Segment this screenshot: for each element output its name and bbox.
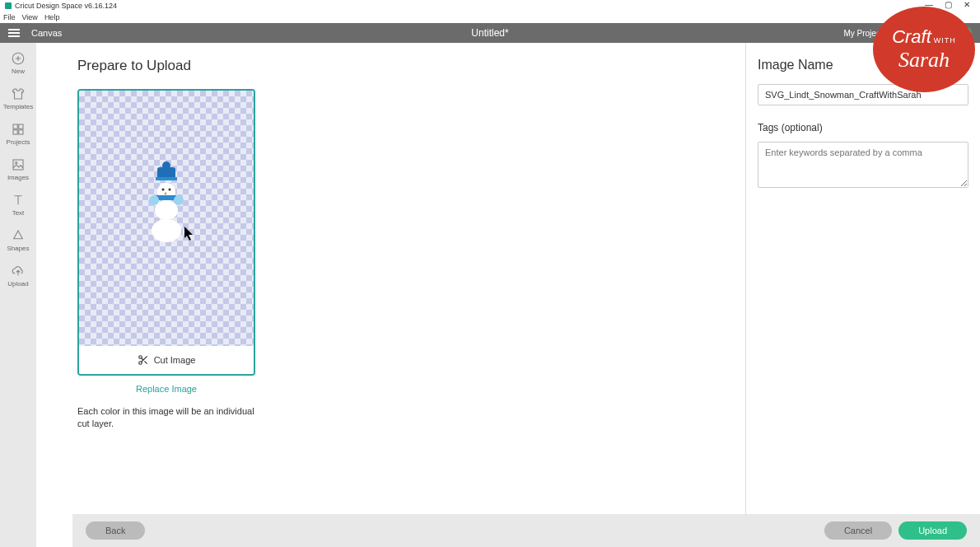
- menu-view[interactable]: View: [22, 13, 38, 21]
- upload-icon: [11, 264, 26, 278]
- properties-panel: Image Name Tags (optional): [745, 43, 980, 547]
- svg-point-14: [162, 161, 170, 170]
- snowman-graphic: [146, 161, 187, 243]
- left-rail: New Templates Projects Images Text Shape…: [0, 43, 36, 547]
- svg-point-23: [138, 362, 142, 365]
- svg-point-10: [152, 219, 181, 242]
- preview-image: [79, 91, 254, 346]
- rail-text[interactable]: Text: [11, 193, 26, 217]
- bottom-bar: Back Cancel Upload: [72, 514, 980, 547]
- svg-rect-16: [156, 195, 176, 200]
- menubar: File View Help: [0, 12, 980, 23]
- svg-line-25: [144, 361, 147, 363]
- svg-rect-7: [13, 160, 23, 170]
- svg-point-20: [169, 189, 171, 191]
- shapes-icon: [11, 228, 26, 243]
- cursor-icon: [184, 227, 196, 241]
- cut-image-button[interactable]: Cut Image: [79, 346, 254, 374]
- rail-projects[interactable]: Projects: [7, 122, 30, 146]
- content-area: Prepare to Upload: [36, 43, 980, 547]
- app-header: Canvas Untitled* My Projects Save |: [0, 23, 980, 43]
- hamburger-icon[interactable]: [8, 29, 20, 37]
- help-text: Each color in this image will be an indi…: [77, 405, 255, 431]
- svg-line-26: [141, 358, 142, 360]
- canvas-label[interactable]: Canvas: [31, 28, 62, 38]
- rail-label: Text: [12, 209, 25, 217]
- svg-point-22: [138, 356, 142, 359]
- rail-label: New: [12, 68, 25, 75]
- svg-point-8: [16, 162, 17, 164]
- menu-help[interactable]: Help: [44, 13, 60, 21]
- svg-rect-6: [19, 130, 23, 134]
- rail-upload[interactable]: Upload: [7, 264, 28, 288]
- cancel-button[interactable]: Cancel: [824, 521, 892, 540]
- svg-rect-15: [156, 177, 177, 180]
- cut-image-label: Cut Image: [154, 355, 196, 365]
- titlebar: Cricut Design Space v6.16.124 — ▢ ✕: [0, 0, 980, 12]
- plus-circle-icon: [11, 51, 26, 66]
- tags-input[interactable]: [758, 142, 968, 188]
- replace-image-link[interactable]: Replace Image: [77, 384, 255, 394]
- document-title: Untitled*: [471, 27, 508, 39]
- upload-button[interactable]: Upload: [898, 521, 967, 540]
- scissors-icon: [138, 354, 149, 366]
- watermark-line2: WITH: [934, 36, 956, 44]
- app-name: Cricut Design Space v6.16.124: [15, 2, 117, 10]
- rail-images[interactable]: Images: [7, 157, 29, 181]
- back-button[interactable]: Back: [86, 521, 145, 540]
- svg-point-18: [174, 195, 184, 205]
- rail-label: Images: [7, 174, 29, 181]
- grid-icon: [11, 122, 26, 137]
- rail-label: Projects: [7, 138, 30, 146]
- svg-marker-9: [14, 231, 23, 239]
- svg-rect-3: [13, 124, 17, 129]
- tshirt-icon: [11, 86, 26, 101]
- upload-panel: Prepare to Upload: [36, 43, 745, 547]
- svg-rect-4: [19, 124, 23, 129]
- preview-card[interactable]: Cut Image: [77, 89, 255, 376]
- tags-label: Tags (optional): [758, 122, 968, 133]
- image-icon: [11, 157, 26, 172]
- text-icon: [11, 193, 26, 208]
- watermark-badge: Craft WITH Sarah: [873, 7, 980, 97]
- svg-point-11: [155, 200, 178, 220]
- watermark-line1: Craft: [892, 26, 931, 48]
- page-title: Prepare to Upload: [77, 58, 704, 74]
- rail-label: Upload: [7, 280, 28, 288]
- rail-new[interactable]: New: [11, 51, 26, 75]
- rail-label: Shapes: [7, 245, 29, 252]
- watermark-line3: Sarah: [898, 48, 950, 72]
- app-icon: [5, 2, 12, 9]
- rail-label: Templates: [3, 103, 33, 110]
- svg-point-19: [162, 189, 165, 191]
- svg-rect-5: [13, 130, 17, 134]
- svg-point-17: [149, 195, 159, 205]
- rail-shapes[interactable]: Shapes: [7, 228, 29, 252]
- menu-file[interactable]: File: [3, 13, 16, 21]
- rail-templates[interactable]: Templates: [3, 86, 33, 110]
